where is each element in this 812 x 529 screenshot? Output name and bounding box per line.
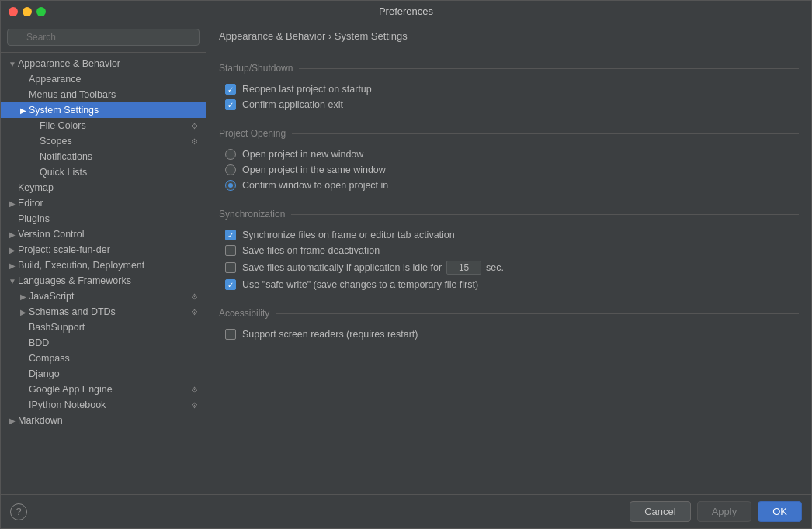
- sidebar-item-label: Plugins: [18, 213, 200, 224]
- sidebar-item-languages-frameworks[interactable]: ▼ Languages & Frameworks: [1, 273, 206, 289]
- sidebar-item-django[interactable]: Django: [1, 366, 206, 382]
- settings-icon: ⚙: [189, 292, 200, 301]
- option-screen-readers: Support screen readers (requires restart…: [225, 327, 799, 342]
- apply-button[interactable]: Apply: [697, 501, 752, 522]
- right-panel: Appearance & Behavior › System Settings …: [206, 22, 811, 494]
- preferences-window: Preferences 🔍 ▼ Appearance & Behavior Ap…: [0, 0, 812, 529]
- option-label: Synchronize files on frame or editor tab…: [242, 230, 455, 240]
- expand-arrow: ▶: [18, 106, 29, 115]
- minimize-button[interactable]: [23, 7, 32, 16]
- section-project-opening: Project Opening Open project in new wind…: [219, 128, 799, 193]
- sidebar-item-bdd[interactable]: BDD: [1, 335, 206, 351]
- radio-confirm-window[interactable]: [225, 180, 236, 191]
- sidebar-item-system-settings[interactable]: ▶ System Settings: [1, 102, 206, 118]
- sidebar-item-label: Django: [29, 368, 200, 379]
- sidebar-item-project[interactable]: ▶ Project: scale-fun-der: [1, 242, 206, 258]
- panel-header: Appearance & Behavior › System Settings: [206, 22, 811, 50]
- section-title: Project Opening: [219, 128, 799, 139]
- expand-arrow: ▼: [7, 277, 18, 285]
- section-synchronization: Synchronization Synchronize files on fra…: [219, 209, 799, 292]
- sidebar-item-label: Quick Lists: [40, 167, 200, 178]
- sidebar-item-label: IPython Notebook: [29, 399, 187, 410]
- sidebar-item-label: Schemas and DTDs: [29, 306, 187, 317]
- checkbox-sync-files[interactable]: [225, 230, 236, 240]
- sidebar-item-compass[interactable]: Compass: [1, 351, 206, 366]
- sidebar-item-label: Build, Execution, Deployment: [18, 260, 200, 271]
- option-label: Open project in the same window: [242, 164, 386, 175]
- expand-arrow: ▶: [18, 308, 29, 316]
- sidebar-item-appearance[interactable]: Appearance: [1, 71, 206, 87]
- option-label: Save files on frame deactivation: [242, 245, 380, 256]
- sidebar-item-label: JavaScript: [29, 291, 187, 302]
- radio-same-window[interactable]: [225, 164, 236, 175]
- expand-arrow: ▶: [7, 246, 18, 254]
- sidebar-item-google-app-engine[interactable]: Google App Engine ⚙: [1, 382, 206, 397]
- sidebar-item-label: Google App Engine: [29, 384, 187, 395]
- help-button[interactable]: ?: [10, 503, 27, 520]
- option-new-window: Open project in new window: [225, 147, 799, 162]
- option-safe-write: Use "safe write" (save changes to a temp…: [225, 277, 799, 292]
- option-label: Use "safe write" (save changes to a temp…: [242, 279, 478, 290]
- sidebar-item-label: Markdown: [18, 415, 200, 426]
- bottom-buttons: Cancel Apply OK: [630, 501, 802, 522]
- option-reopen-last: Reopen last project on startup: [225, 81, 799, 97]
- sidebar-item-label: System Settings: [29, 105, 200, 116]
- sidebar-item-ipython[interactable]: IPython Notebook ⚙: [1, 397, 206, 413]
- option-same-window: Open project in the same window: [225, 162, 799, 178]
- sidebar-item-markdown[interactable]: ▶ Markdown: [1, 413, 206, 428]
- sidebar-item-file-colors[interactable]: File Colors ⚙: [1, 118, 206, 133]
- checkbox-screen-readers[interactable]: [225, 329, 236, 340]
- sidebar-item-plugins[interactable]: Plugins: [1, 211, 206, 226]
- sidebar-item-label: BashSupport: [29, 322, 200, 333]
- idle-timeout-input[interactable]: [446, 261, 481, 275]
- expand-arrow: ▶: [18, 292, 29, 301]
- sidebar-item-quick-lists[interactable]: Quick Lists: [1, 164, 206, 180]
- checkbox-confirm-exit[interactable]: [225, 99, 236, 110]
- option-label: Reopen last project on startup: [242, 84, 372, 95]
- close-button[interactable]: [9, 7, 18, 16]
- checkbox-save-idle[interactable]: [225, 262, 236, 273]
- sidebar-item-label: Menus and Toolbars: [29, 89, 200, 100]
- sec-label: sec.: [486, 262, 504, 273]
- sidebar-item-label: Appearance: [29, 74, 200, 85]
- option-label: Open project in new window: [242, 149, 363, 160]
- sidebar-item-menus-toolbars[interactable]: Menus and Toolbars: [1, 87, 206, 102]
- expand-arrow: ▶: [7, 417, 18, 425]
- checkbox-safe-write[interactable]: [225, 279, 236, 290]
- option-label: Save files automatically if application …: [242, 262, 442, 273]
- cancel-button[interactable]: Cancel: [630, 501, 690, 522]
- settings-icon: ⚙: [189, 122, 200, 130]
- search-input[interactable]: [7, 29, 200, 46]
- section-title: Synchronization: [219, 209, 799, 220]
- sidebar-item-editor[interactable]: ▶ Editor: [1, 195, 206, 211]
- expand-arrow: ▼: [7, 60, 18, 68]
- maximize-button[interactable]: [36, 7, 46, 16]
- sidebar-item-keymap[interactable]: Keymap: [1, 180, 206, 195]
- option-label: Confirm application exit: [242, 99, 343, 110]
- section-title: Accessibility: [219, 308, 799, 319]
- sidebar-item-schemas-dtds[interactable]: ▶ Schemas and DTDs ⚙: [1, 304, 206, 320]
- search-wrapper: 🔍: [7, 29, 200, 46]
- sidebar-item-bashsupport[interactable]: BashSupport: [1, 320, 206, 335]
- section-startup-shutdown: Startup/Shutdown Reopen last project on …: [219, 63, 799, 112]
- radio-new-window[interactable]: [225, 149, 236, 160]
- sidebar-item-build-execution[interactable]: ▶ Build, Execution, Deployment: [1, 258, 206, 273]
- sidebar-item-appearance-behavior[interactable]: ▼ Appearance & Behavior: [1, 56, 206, 71]
- bottom-bar: ? Cancel Apply OK: [1, 494, 811, 528]
- window-title: Preferences: [379, 5, 433, 17]
- title-bar: Preferences: [1, 1, 811, 22]
- sidebar-item-javascript[interactable]: ▶ JavaScript ⚙: [1, 289, 206, 304]
- main-content: 🔍 ▼ Appearance & Behavior Appearance Men…: [1, 22, 811, 494]
- checkbox-save-deactivation[interactable]: [225, 245, 236, 256]
- expand-arrow: ▶: [7, 199, 18, 208]
- section-accessibility: Accessibility Support screen readers (re…: [219, 308, 799, 342]
- sidebar-item-notifications[interactable]: Notifications: [1, 149, 206, 164]
- sidebar-item-scopes[interactable]: Scopes ⚙: [1, 133, 206, 149]
- sidebar-item-label: Scopes: [40, 136, 187, 147]
- search-container: 🔍: [1, 22, 206, 53]
- ok-button[interactable]: OK: [758, 501, 802, 522]
- checkbox-reopen-last[interactable]: [225, 84, 236, 95]
- sidebar-item-version-control[interactable]: ▶ Version Control: [1, 226, 206, 242]
- option-sync-files: Synchronize files on frame or editor tab…: [225, 227, 799, 243]
- sidebar-item-label: Project: scale-fun-der: [18, 244, 200, 255]
